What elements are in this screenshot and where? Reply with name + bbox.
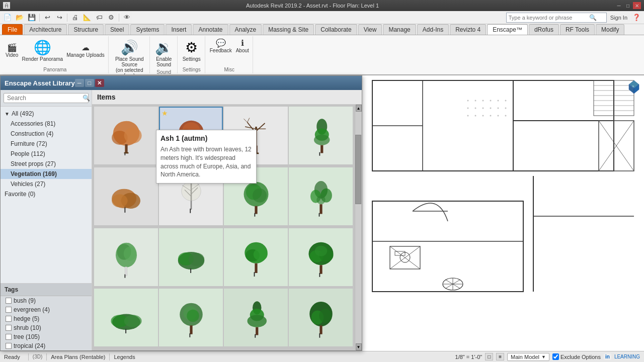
tag-evergreen[interactable]: evergreen (4) <box>1 305 92 314</box>
tag-btn[interactable]: 🏷 <box>94 12 105 23</box>
scroll-up-btn[interactable]: ▲ <box>356 105 362 112</box>
items-scrollbar[interactable]: ▲ ▼ <box>355 105 362 350</box>
svg-rect-64 <box>254 272 255 277</box>
dialog-close-btn[interactable]: ✕ <box>95 79 104 87</box>
tag-shrub[interactable]: shrub (10) <box>1 323 92 332</box>
asset-item-14[interactable] <box>159 289 223 346</box>
about-btn[interactable]: ℹ About <box>234 37 251 54</box>
settings-ribbon-btn[interactable]: ⚙ Settings <box>181 37 203 63</box>
tag-hedge[interactable]: hedge (5) <box>1 314 92 323</box>
category-favorite[interactable]: Favorite (0) <box>1 189 92 199</box>
tab-collaborate[interactable]: Collaborate <box>315 24 357 35</box>
tree-green-tall-img <box>303 112 339 159</box>
manage-uploads-btn[interactable]: ☁ Manage Uploads <box>65 42 106 59</box>
category-construction[interactable]: Construction (4) <box>1 129 92 139</box>
tab-file[interactable]: File <box>2 24 23 35</box>
view-btn[interactable]: 👁 <box>121 12 132 23</box>
exclude-options-checkbox[interactable] <box>552 353 559 360</box>
svg-point-37 <box>181 182 201 201</box>
asset-item-10[interactable] <box>159 228 223 286</box>
tab-annotate[interactable]: Annotate <box>193 24 228 35</box>
tag-evergreen-checkbox[interactable] <box>6 307 12 313</box>
asset-item-5[interactable] <box>94 167 158 225</box>
print-btn[interactable]: 🖨 <box>69 12 80 23</box>
asset-library-content: 🔍 ▼ All (492) Accessories (81) Construct… <box>1 90 362 350</box>
tab-revizto[interactable]: Revizto 4 <box>450 24 486 35</box>
tab-view[interactable]: View <box>358 24 382 35</box>
asset-item-12[interactable] <box>289 228 353 286</box>
tab-drofus[interactable]: dRofus <box>529 24 559 35</box>
feedback-btn[interactable]: 💬 Feedback <box>208 37 233 54</box>
asset-item-1[interactable] <box>94 107 158 164</box>
tag-tropical-checkbox[interactable] <box>6 343 12 349</box>
svg-point-109 <box>475 115 476 117</box>
redo-btn[interactable]: ↪ <box>54 12 65 23</box>
save-btn[interactable]: 💾 <box>26 12 37 23</box>
tab-massing[interactable]: Massing & Site <box>263 24 314 35</box>
category-people[interactable]: People (112) <box>1 149 92 159</box>
tab-steel[interactable]: Steel <box>105 24 129 35</box>
settings-btn[interactable]: ⚙ <box>106 12 117 23</box>
category-favorite-label: Favorite (0) <box>5 191 35 198</box>
render-panorama-btn[interactable]: 🌐 Render Panorama <box>21 37 64 63</box>
tab-insert[interactable]: Insert <box>166 24 192 35</box>
tab-rftools[interactable]: RF Tools <box>560 24 595 35</box>
video-btn[interactable]: 🎬 Video <box>4 42 20 59</box>
minimize-btn[interactable]: ─ <box>615 2 623 9</box>
enable-sound-btn[interactable]: 🔉 EnableSound <box>153 37 175 68</box>
asset-item-4[interactable] <box>289 107 353 164</box>
tab-analyze[interactable]: Analyze <box>229 24 262 35</box>
sound-label: Sound <box>156 69 171 75</box>
scroll-down-btn[interactable]: ▼ <box>356 343 362 350</box>
asset-item-11[interactable] <box>224 228 288 286</box>
dialog-minimize-btn[interactable]: ─ <box>75 79 84 87</box>
sign-in-icon[interactable]: Sign In <box>608 12 630 23</box>
open-btn[interactable]: 📂 <box>14 12 25 23</box>
svg-point-41 <box>253 189 267 203</box>
asset-item-13[interactable] <box>94 289 158 346</box>
dialog-restore-btn[interactable]: □ <box>85 79 94 87</box>
svg-point-99 <box>490 100 492 102</box>
tree-round-green-img <box>174 294 209 341</box>
scroll-thumb[interactable] <box>355 135 361 204</box>
view-cube-btn[interactable]: □ <box>485 353 493 360</box>
tags-section: Tags bush (9) evergreen (4) hedge (5) <box>1 283 92 350</box>
help-btn[interactable]: ❓ <box>631 12 642 23</box>
close-btn[interactable]: ✕ <box>633 2 641 9</box>
category-all[interactable]: ▼ All (492) <box>1 109 92 119</box>
search-input[interactable] <box>7 95 83 102</box>
new-btn[interactable]: 📄 <box>2 12 13 23</box>
category-accessories[interactable]: Accessories (81) <box>1 119 92 129</box>
category-street-props[interactable]: Street props (27) <box>1 159 92 169</box>
linkedin-logo: in <box>604 353 611 360</box>
asset-item-16[interactable] <box>289 289 353 346</box>
tag-tree[interactable]: tree (105) <box>1 332 92 341</box>
tab-modify[interactable]: Modify <box>596 24 624 35</box>
tab-structure[interactable]: Structure <box>68 24 104 35</box>
tag-shrub-checkbox[interactable] <box>6 325 12 331</box>
tab-systems[interactable]: Systems <box>130 24 165 35</box>
tab-manage[interactable]: Manage <box>383 24 416 35</box>
asset-item-8[interactable] <box>289 167 353 225</box>
tag-bush[interactable]: bush (9) <box>1 296 92 305</box>
tag-bush-checkbox[interactable] <box>6 298 12 304</box>
asset-item-15[interactable] <box>224 289 288 346</box>
tab-architecture[interactable]: Architecture <box>24 24 67 35</box>
thin-lines-btn[interactable]: ≡ <box>496 353 504 360</box>
tag-hedge-checkbox[interactable] <box>6 316 12 322</box>
asset-item-9[interactable] <box>94 228 158 286</box>
place-sound-btn[interactable]: 🔊 Place Sound Source(on selected face) <box>112 37 147 75</box>
category-furniture[interactable]: Furniture (72) <box>1 139 92 149</box>
model-selector[interactable]: Main Model ▼ <box>507 353 549 361</box>
measure-btn[interactable]: 📐 <box>82 12 93 23</box>
tag-tropical[interactable]: tropical (24) <box>1 341 92 350</box>
tag-tree-checkbox[interactable] <box>6 334 12 340</box>
tab-enscape[interactable]: Enscape™ <box>487 24 528 35</box>
undo-btn[interactable]: ↩ <box>42 12 53 23</box>
maximize-btn[interactable]: □ <box>624 2 632 9</box>
category-vehicles[interactable]: Vehicles (27) <box>1 179 92 189</box>
svg-rect-49 <box>318 213 319 217</box>
top-search-input[interactable] <box>509 15 589 21</box>
tab-addins[interactable]: Add-Ins <box>417 24 449 35</box>
category-vegetation[interactable]: Vegetation (169) <box>1 169 92 179</box>
